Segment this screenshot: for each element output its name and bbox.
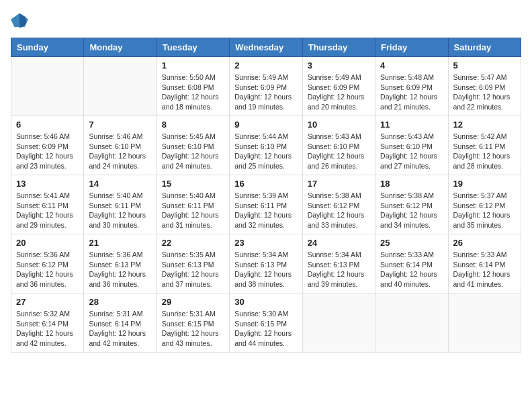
day-number: 27 xyxy=(16,297,79,307)
day-info: Sunrise: 5:43 AM Sunset: 6:10 PM Dayligh… xyxy=(380,132,443,171)
calendar-day-cell: 19Sunrise: 5:37 AM Sunset: 6:12 PM Dayli… xyxy=(448,175,521,234)
calendar-day-cell xyxy=(84,57,157,116)
calendar-day-cell: 17Sunrise: 5:38 AM Sunset: 6:12 PM Dayli… xyxy=(302,175,375,234)
calendar-day-cell: 5Sunrise: 5:47 AM Sunset: 6:09 PM Daylig… xyxy=(448,57,521,116)
calendar-day-cell: 29Sunrise: 5:31 AM Sunset: 6:15 PM Dayli… xyxy=(157,293,229,353)
day-info: Sunrise: 5:46 AM Sunset: 6:09 PM Dayligh… xyxy=(16,132,79,171)
calendar-day-cell: 12Sunrise: 5:42 AM Sunset: 6:11 PM Dayli… xyxy=(448,116,521,175)
day-info: Sunrise: 5:44 AM Sunset: 6:10 PM Dayligh… xyxy=(234,132,297,171)
day-info: Sunrise: 5:42 AM Sunset: 6:11 PM Dayligh… xyxy=(453,132,516,171)
day-info: Sunrise: 5:38 AM Sunset: 6:12 PM Dayligh… xyxy=(308,191,370,230)
calendar-day-header: Tuesday xyxy=(157,38,229,57)
day-number: 24 xyxy=(308,238,370,248)
calendar-day-cell xyxy=(302,293,375,353)
day-number: 23 xyxy=(234,238,297,248)
calendar-day-cell: 21Sunrise: 5:36 AM Sunset: 6:13 PM Dayli… xyxy=(84,234,157,293)
day-number: 2 xyxy=(234,60,297,71)
day-number: 3 xyxy=(308,60,370,71)
day-number: 9 xyxy=(234,120,297,130)
calendar-week-row: 27Sunrise: 5:32 AM Sunset: 6:14 PM Dayli… xyxy=(11,293,521,353)
day-number: 16 xyxy=(234,179,297,189)
day-number: 6 xyxy=(16,120,79,130)
calendar-day-cell: 1Sunrise: 5:50 AM Sunset: 6:08 PM Daylig… xyxy=(157,57,229,116)
day-number: 17 xyxy=(308,179,370,189)
day-info: Sunrise: 5:33 AM Sunset: 6:14 PM Dayligh… xyxy=(380,250,443,289)
calendar-day-cell: 15Sunrise: 5:40 AM Sunset: 6:11 PM Dayli… xyxy=(157,175,229,234)
day-info: Sunrise: 5:31 AM Sunset: 6:14 PM Dayligh… xyxy=(89,309,151,349)
calendar-day-cell: 7Sunrise: 5:46 AM Sunset: 6:10 PM Daylig… xyxy=(84,116,157,175)
day-number: 28 xyxy=(89,297,151,307)
day-info: Sunrise: 5:39 AM Sunset: 6:11 PM Dayligh… xyxy=(234,191,297,230)
day-number: 19 xyxy=(453,179,516,189)
calendar-day-cell: 22Sunrise: 5:35 AM Sunset: 6:13 PM Dayli… xyxy=(157,234,229,293)
calendar-day-cell xyxy=(448,293,521,353)
day-info: Sunrise: 5:33 AM Sunset: 6:14 PM Dayligh… xyxy=(453,250,516,289)
day-info: Sunrise: 5:31 AM Sunset: 6:15 PM Dayligh… xyxy=(162,309,224,349)
calendar-day-cell xyxy=(375,293,448,353)
calendar-day-cell: 23Sunrise: 5:34 AM Sunset: 6:13 PM Dayli… xyxy=(230,234,302,293)
calendar-table: SundayMondayTuesdayWednesdayThursdayFrid… xyxy=(11,38,521,353)
calendar-day-header: Saturday xyxy=(448,38,521,57)
day-info: Sunrise: 5:30 AM Sunset: 6:15 PM Dayligh… xyxy=(234,309,297,349)
calendar-day-cell: 13Sunrise: 5:41 AM Sunset: 6:11 PM Dayli… xyxy=(11,175,84,234)
day-number: 22 xyxy=(162,238,224,248)
day-number: 7 xyxy=(89,120,151,130)
day-info: Sunrise: 5:38 AM Sunset: 6:12 PM Dayligh… xyxy=(380,191,443,230)
calendar-day-cell: 20Sunrise: 5:36 AM Sunset: 6:12 PM Dayli… xyxy=(11,234,84,293)
page-header xyxy=(11,11,521,30)
calendar-day-header: Friday xyxy=(375,38,448,57)
day-number: 1 xyxy=(162,60,224,71)
calendar-day-cell: 27Sunrise: 5:32 AM Sunset: 6:14 PM Dayli… xyxy=(11,293,84,353)
day-number: 29 xyxy=(162,297,224,307)
day-info: Sunrise: 5:32 AM Sunset: 6:14 PM Dayligh… xyxy=(16,309,79,349)
day-number: 5 xyxy=(453,60,516,71)
calendar-week-row: 1Sunrise: 5:50 AM Sunset: 6:08 PM Daylig… xyxy=(11,57,521,116)
calendar-day-cell: 6Sunrise: 5:46 AM Sunset: 6:09 PM Daylig… xyxy=(11,116,84,175)
calendar-week-row: 6Sunrise: 5:46 AM Sunset: 6:09 PM Daylig… xyxy=(11,116,521,175)
calendar-day-header: Monday xyxy=(84,38,157,57)
calendar-header-row: SundayMondayTuesdayWednesdayThursdayFrid… xyxy=(11,38,521,57)
day-number: 20 xyxy=(16,238,79,248)
day-number: 8 xyxy=(162,120,224,130)
day-info: Sunrise: 5:45 AM Sunset: 6:10 PM Dayligh… xyxy=(162,132,224,171)
calendar-day-cell xyxy=(11,57,84,116)
day-number: 14 xyxy=(89,179,151,189)
calendar-day-cell: 4Sunrise: 5:48 AM Sunset: 6:09 PM Daylig… xyxy=(375,57,448,116)
calendar-day-cell: 2Sunrise: 5:49 AM Sunset: 6:09 PM Daylig… xyxy=(230,57,302,116)
day-info: Sunrise: 5:40 AM Sunset: 6:11 PM Dayligh… xyxy=(162,191,224,230)
day-number: 13 xyxy=(16,179,79,189)
calendar-day-cell: 9Sunrise: 5:44 AM Sunset: 6:10 PM Daylig… xyxy=(230,116,302,175)
calendar-day-cell: 30Sunrise: 5:30 AM Sunset: 6:15 PM Dayli… xyxy=(230,293,302,353)
day-number: 11 xyxy=(380,120,443,130)
day-number: 18 xyxy=(380,179,443,189)
calendar-day-header: Thursday xyxy=(302,38,375,57)
calendar-day-cell: 10Sunrise: 5:43 AM Sunset: 6:10 PM Dayli… xyxy=(302,116,375,175)
logo xyxy=(11,11,32,30)
day-info: Sunrise: 5:36 AM Sunset: 6:13 PM Dayligh… xyxy=(89,250,151,289)
calendar-week-row: 13Sunrise: 5:41 AM Sunset: 6:11 PM Dayli… xyxy=(11,175,521,234)
calendar-day-cell: 8Sunrise: 5:45 AM Sunset: 6:10 PM Daylig… xyxy=(157,116,229,175)
calendar-day-cell: 14Sunrise: 5:40 AM Sunset: 6:11 PM Dayli… xyxy=(84,175,157,234)
calendar-day-cell: 24Sunrise: 5:34 AM Sunset: 6:13 PM Dayli… xyxy=(302,234,375,293)
day-info: Sunrise: 5:50 AM Sunset: 6:08 PM Dayligh… xyxy=(162,73,224,112)
calendar-day-header: Wednesday xyxy=(230,38,302,57)
calendar-day-cell: 18Sunrise: 5:38 AM Sunset: 6:12 PM Dayli… xyxy=(375,175,448,234)
calendar-day-cell: 3Sunrise: 5:49 AM Sunset: 6:09 PM Daylig… xyxy=(302,57,375,116)
calendar-day-cell: 28Sunrise: 5:31 AM Sunset: 6:14 PM Dayli… xyxy=(84,293,157,353)
day-info: Sunrise: 5:35 AM Sunset: 6:13 PM Dayligh… xyxy=(162,250,224,289)
day-info: Sunrise: 5:49 AM Sunset: 6:09 PM Dayligh… xyxy=(234,73,297,112)
calendar-day-cell: 11Sunrise: 5:43 AM Sunset: 6:10 PM Dayli… xyxy=(375,116,448,175)
day-info: Sunrise: 5:43 AM Sunset: 6:10 PM Dayligh… xyxy=(308,132,370,171)
day-info: Sunrise: 5:37 AM Sunset: 6:12 PM Dayligh… xyxy=(453,191,516,230)
calendar-day-cell: 26Sunrise: 5:33 AM Sunset: 6:14 PM Dayli… xyxy=(448,234,521,293)
logo-icon xyxy=(11,11,30,30)
day-number: 4 xyxy=(380,60,443,71)
day-info: Sunrise: 5:34 AM Sunset: 6:13 PM Dayligh… xyxy=(308,250,370,289)
calendar-day-cell: 25Sunrise: 5:33 AM Sunset: 6:14 PM Dayli… xyxy=(375,234,448,293)
calendar-day-cell: 16Sunrise: 5:39 AM Sunset: 6:11 PM Dayli… xyxy=(230,175,302,234)
day-info: Sunrise: 5:47 AM Sunset: 6:09 PM Dayligh… xyxy=(453,73,516,112)
day-info: Sunrise: 5:49 AM Sunset: 6:09 PM Dayligh… xyxy=(308,73,370,112)
day-info: Sunrise: 5:40 AM Sunset: 6:11 PM Dayligh… xyxy=(89,191,151,230)
day-number: 12 xyxy=(453,120,516,130)
day-number: 25 xyxy=(380,238,443,248)
